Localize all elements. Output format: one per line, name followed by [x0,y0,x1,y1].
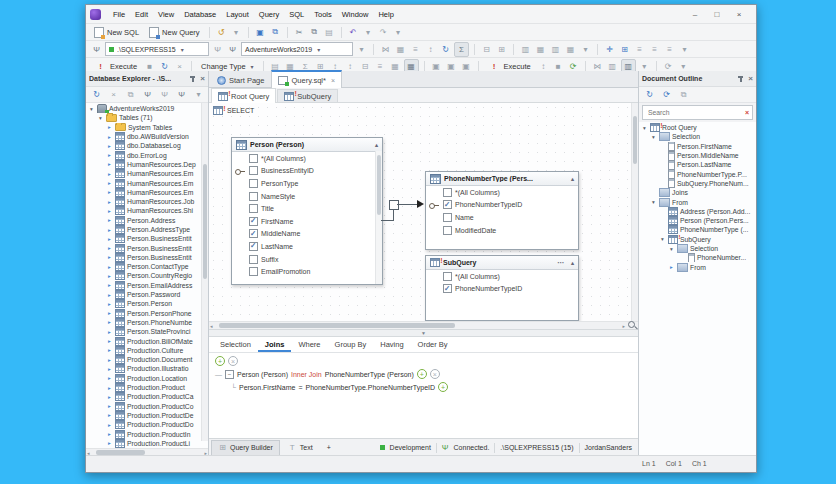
tree-item[interactable]: HumanResources.Shi [86,206,208,215]
column-checkbox[interactable] [249,229,258,238]
disconnect-icon[interactable]: Ψ [211,43,224,56]
expand-arrow-icon[interactable] [106,319,113,325]
outline-item[interactable]: From [639,262,756,271]
expand-arrow-icon[interactable] [106,375,113,381]
outline-search-box[interactable]: × [642,105,753,120]
explorer-more-icon[interactable]: ▾ [192,88,205,101]
expand-arrow-icon[interactable] [106,273,113,279]
tree-item[interactable]: Production.ProductLi [86,439,208,448]
expand-arrow-icon[interactable] [668,264,675,270]
copy-icon[interactable]: ⧉ [677,88,690,101]
maximize-button[interactable]: □ [706,8,728,21]
tree-item[interactable]: dbo.DatabaseLog [86,141,208,150]
surface-vertical-scrollbar[interactable] [631,103,638,321]
menu-item[interactable]: Database [179,9,221,20]
condition-operator[interactable]: = [298,384,302,391]
list-view-icon[interactable]: ≡ [409,43,422,56]
subquery-header[interactable]: SubQuery ⋯ ▴ [426,256,578,270]
expand-arrow-icon[interactable] [659,236,666,242]
expand-arrow-icon[interactable] [106,301,113,307]
collapse-node-icon[interactable]: − [225,370,234,379]
menu-item[interactable]: View [153,9,179,20]
tree-item[interactable]: HumanResources.Em [86,178,208,187]
pan-icon[interactable]: ⊞ [618,43,631,56]
outline-item[interactable]: Address (Person.Add... [639,207,756,216]
align-center-icon[interactable]: ≡ [648,43,661,56]
tree-item[interactable]: Production.Product [86,383,208,392]
surface-horizontal-scrollbar[interactable]: ◂ ▸ [209,321,638,329]
tree-item[interactable]: HumanResources.Dep [86,160,208,169]
menu-item[interactable]: Query [254,9,284,20]
outline-item[interactable]: Person (Person.Pers... [639,216,756,225]
sync-icon[interactable]: ⟳ [660,88,673,101]
condition-right[interactable]: PhoneNumberType.PhoneNumberTypeID [305,384,435,391]
menu-item[interactable]: File [108,9,130,20]
cut-icon[interactable]: ✂ [293,26,306,39]
close-button[interactable]: × [728,8,750,21]
expand-arrow-icon[interactable] [106,329,113,335]
expand-arrow-icon[interactable] [106,217,113,223]
tree-item[interactable]: Person.Address [86,216,208,225]
outline-item[interactable]: Selection [639,132,756,141]
outline-item[interactable]: Person.MiddleName [639,151,756,160]
expand-arrow-icon[interactable] [641,125,648,131]
more-icon[interactable]: ⋯ [557,259,564,267]
tree-item[interactable]: Production.ProductIn [86,429,208,438]
save-all-icon[interactable]: ⧉ [269,26,282,39]
grid-view-icon[interactable]: ▦ [394,43,407,56]
align-left-icon[interactable]: ≡ [633,43,646,56]
search-input[interactable] [646,108,743,117]
expand-arrow-icon[interactable] [106,431,113,437]
column-row[interactable]: PhoneNumberTypeID [426,283,578,296]
zoom-fit-icon[interactable]: ✛ [603,43,616,56]
tree-item[interactable]: dbo.AWBuildVersion [86,132,208,141]
zoom-icon[interactable] [628,321,637,330]
table-scrollbar[interactable] [375,151,382,284]
outline-item[interactable]: Root Query [639,123,756,132]
tree-item[interactable]: dbo.ErrorLog [86,150,208,159]
tree-item[interactable]: HumanResources.Job [86,197,208,206]
expand-arrow-icon[interactable] [106,422,113,428]
shrink-icon[interactable]: ⊟ [480,43,493,56]
column-checkbox[interactable] [249,192,258,201]
layout-icon[interactable]: ▥ [519,43,532,56]
column-checkbox[interactable] [249,255,258,264]
panel-splitter[interactable]: ▼ [209,329,638,337]
expand-arrow-icon[interactable] [106,385,113,391]
column-row[interactable]: Suffix [232,253,376,266]
expand-arrow-icon[interactable] [106,180,113,186]
column-row[interactable]: *(All Columns) [426,186,578,199]
paste-icon[interactable]: ▤ [323,26,336,39]
column-row[interactable]: PhoneNumberTypeID [426,199,578,212]
tree-item[interactable]: Person.PhoneNumbe [86,318,208,327]
environment-label[interactable]: Development [390,444,431,451]
expand-arrow-icon[interactable] [106,440,113,446]
pin-icon[interactable] [737,75,744,83]
add-view-button[interactable]: + [321,441,337,455]
menu-item[interactable]: Edit [130,9,153,20]
expand-arrow-icon[interactable] [106,143,113,149]
db-dropdown-icon[interactable]: ▾ [355,43,368,56]
outline-item[interactable]: PhoneNumberType (... [639,225,756,234]
menu-item[interactable]: Tools [309,9,337,20]
criteria-tab[interactable]: Having [373,337,410,352]
more-dropdown-icon[interactable]: ▾ [678,43,691,56]
layout2-icon[interactable]: ▦ [534,43,547,56]
criteria-tab[interactable]: Group By [328,337,374,352]
align-right-icon[interactable]: ≡ [663,43,676,56]
outline-item[interactable]: Joins [639,188,756,197]
add-join-icon[interactable]: + [215,356,225,366]
column-checkbox[interactable] [249,242,258,251]
column-row[interactable]: PersonType [232,177,376,190]
criteria-tab[interactable]: Joins [258,337,292,352]
delete-icon[interactable]: × [107,88,120,101]
new-sql-button[interactable]: New SQL [90,26,143,39]
outline-item[interactable]: Selection [639,244,756,253]
overflow-dropdown-icon[interactable]: ▾ [579,43,592,56]
recent-files-icon[interactable]: ↺ [215,26,228,39]
table-person-header[interactable]: Person (Person) ▴ [232,138,382,152]
tab-text[interactable]: T Text [282,441,319,455]
database-icon[interactable]: Ψ [226,43,239,56]
column-row[interactable]: *(All Columns) [426,270,578,283]
column-checkbox[interactable] [249,204,258,213]
